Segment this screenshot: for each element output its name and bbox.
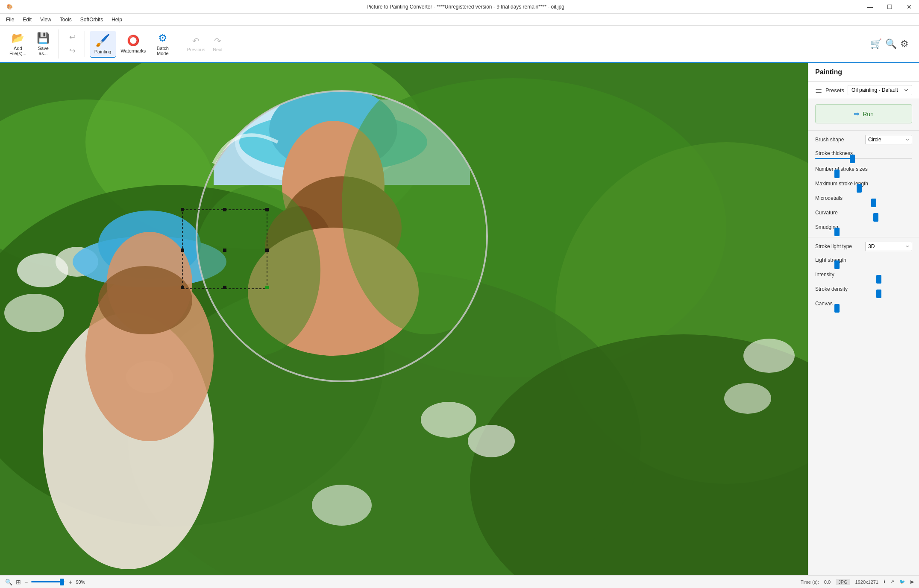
file-group: 📂 AddFile(s)... 💾 Saveas... bbox=[3, 29, 59, 59]
dimensions-value: 1920x1271 bbox=[855, 579, 878, 585]
save-as-button[interactable]: 💾 Saveas... bbox=[32, 29, 55, 59]
max-stroke-thumb[interactable] bbox=[857, 184, 862, 193]
next-button[interactable]: ↷ Next bbox=[209, 34, 226, 54]
brush-shape-select[interactable]: Circle Square Ellipse bbox=[865, 135, 912, 144]
zoom-fill bbox=[31, 581, 62, 582]
watermarks-icon: ⭕ bbox=[127, 35, 140, 47]
smudging-thumb[interactable] bbox=[834, 228, 840, 236]
canvas-row: Canvas bbox=[808, 297, 919, 312]
cart-icon[interactable]: 🛒 bbox=[870, 38, 882, 50]
menu-file[interactable]: File bbox=[2, 15, 18, 24]
mode-group: 🖌️ Painting ⭕ Watermarks ⚙ BatchMode bbox=[88, 29, 179, 59]
microdetails-row: Microdetails bbox=[808, 192, 919, 206]
intensity-label: Intensity bbox=[815, 272, 912, 278]
stroke-density-row: Stroke density bbox=[808, 283, 919, 297]
toolbar: 📂 AddFile(s)... 💾 Saveas... ↩ ↪ 🖌️ Paint… bbox=[0, 26, 919, 63]
previous-icon: ↶ bbox=[192, 36, 200, 46]
intensity-thumb[interactable] bbox=[876, 275, 881, 284]
save-label: Saveas... bbox=[38, 46, 49, 56]
zoom-value: 90% bbox=[76, 579, 91, 585]
svg-rect-40 bbox=[223, 249, 226, 252]
light-strength-thumb[interactable] bbox=[834, 260, 840, 269]
menu-view[interactable]: View bbox=[36, 15, 56, 24]
light-strength-label: Light strength bbox=[815, 257, 912, 263]
stroke-sizes-thumb[interactable] bbox=[834, 170, 840, 178]
minimize-button[interactable]: — bbox=[860, 0, 880, 14]
time-label: Time (s): bbox=[801, 579, 819, 585]
menu-edit[interactable]: Edit bbox=[18, 15, 36, 24]
stroke-thickness-fill bbox=[815, 158, 852, 159]
painting-button[interactable]: 🖌️ Painting bbox=[90, 31, 116, 58]
watermarks-button[interactable]: ⭕ Watermarks bbox=[117, 32, 150, 56]
status-bar-right: Time (s): 0.0 JPG 1920x1271 ℹ ↗ 🐦 ▶ bbox=[801, 579, 914, 585]
next-icon: ↷ bbox=[214, 36, 221, 46]
canvas-thumb[interactable] bbox=[834, 304, 840, 313]
svg-rect-44 bbox=[265, 286, 269, 289]
zoom-slider[interactable] bbox=[31, 581, 65, 582]
svg-rect-39 bbox=[181, 249, 184, 252]
undo-button[interactable]: ↩ bbox=[64, 31, 81, 44]
painting-icon: 🖌️ bbox=[95, 33, 110, 47]
run-button[interactable]: ⇒ Run bbox=[815, 104, 912, 123]
stroke-light-select[interactable]: 3D 2D None bbox=[865, 242, 912, 251]
toolbar-right-icons: 🛒 🔍 ⚙ bbox=[870, 38, 916, 50]
curvature-thumb[interactable] bbox=[873, 213, 878, 222]
zoom-out-button[interactable]: − bbox=[24, 579, 28, 585]
smudging-label: Smudging bbox=[815, 224, 912, 230]
svg-rect-43 bbox=[223, 286, 226, 289]
canvas-area[interactable] bbox=[0, 63, 808, 575]
svg-rect-42 bbox=[181, 286, 184, 289]
stroke-sizes-label: Number of stroke sizes bbox=[815, 166, 912, 172]
panel-title: Painting bbox=[808, 63, 919, 82]
zoom-thumb[interactable] bbox=[60, 579, 64, 585]
svg-point-14 bbox=[468, 425, 515, 457]
redo-button[interactable]: ↪ bbox=[64, 44, 81, 57]
add-files-button[interactable]: 📂 AddFile(s)... bbox=[5, 29, 31, 59]
previous-button[interactable]: ↶ Previous bbox=[183, 34, 208, 54]
batch-mode-button[interactable]: ⚙ BatchMode bbox=[151, 29, 174, 59]
zoom-in-button[interactable]: + bbox=[69, 579, 72, 585]
status-bar: 🔍 ⊞ − + 90% Time (s): 0.0 JPG 1920x1271 … bbox=[0, 575, 919, 588]
run-label: Run bbox=[863, 111, 874, 117]
batch-mode-label: BatchMode bbox=[157, 46, 169, 56]
status-bar-left: 🔍 ⊞ − + 90% bbox=[5, 579, 797, 585]
stroke-density-thumb[interactable] bbox=[876, 290, 881, 298]
menu-tools[interactable]: Tools bbox=[56, 15, 76, 24]
title-bar: 🎨 Picture to Painting Converter - ****Un… bbox=[0, 0, 919, 14]
presets-select[interactable]: Oil painting - Default Watercolor Sketch bbox=[848, 85, 912, 95]
curvature-label: Curvature bbox=[815, 210, 912, 216]
close-button[interactable]: ✕ bbox=[899, 0, 919, 14]
redo-icon: ↪ bbox=[69, 46, 76, 56]
intensity-row: Intensity bbox=[808, 268, 919, 283]
microdetails-thumb[interactable] bbox=[871, 199, 876, 207]
max-stroke-label: Maximum stroke length bbox=[815, 181, 912, 187]
brush-shape-label: Brush shape bbox=[815, 137, 844, 143]
next-label: Next bbox=[213, 47, 223, 52]
maximize-button[interactable]: ☐ bbox=[880, 0, 899, 14]
menu-help[interactable]: Help bbox=[107, 15, 126, 24]
brush-shape-row: Brush shape Circle Square Ellipse bbox=[808, 132, 919, 147]
presets-label: Presets bbox=[825, 87, 844, 94]
search-toolbar-icon[interactable]: 🔍 bbox=[885, 38, 897, 50]
svg-point-13 bbox=[421, 402, 476, 438]
stroke-light-label: Stroke light type bbox=[815, 243, 852, 249]
fit-icon[interactable]: ⊞ bbox=[16, 579, 21, 585]
video-icon[interactable]: ▶ bbox=[910, 579, 914, 585]
undo-icon: ↩ bbox=[69, 32, 76, 42]
tweet-icon[interactable]: 🐦 bbox=[899, 579, 905, 585]
stroke-light-row: Stroke light type 3D 2D None bbox=[808, 239, 919, 254]
stroke-thickness-thumb[interactable] bbox=[850, 155, 855, 163]
time-value: 0.0 bbox=[824, 579, 831, 585]
settings-toolbar-icon[interactable]: ⚙ bbox=[900, 38, 909, 50]
format-badge: JPG bbox=[836, 579, 850, 585]
info-icon[interactable]: ℹ bbox=[884, 579, 885, 585]
add-files-label: AddFile(s)... bbox=[9, 46, 26, 56]
share-icon[interactable]: ↗ bbox=[890, 579, 894, 585]
svg-point-17 bbox=[724, 383, 771, 414]
menu-softorbits[interactable]: SoftOrbits bbox=[76, 15, 107, 24]
main-container: Painting ⚌ Presets Oil painting - Defaul… bbox=[0, 63, 919, 575]
search-icon[interactable]: 🔍 bbox=[5, 579, 12, 585]
stroke-thickness-slider-container bbox=[815, 158, 912, 159]
app-icon: 🎨 bbox=[5, 3, 14, 11]
previous-label: Previous bbox=[187, 47, 205, 52]
